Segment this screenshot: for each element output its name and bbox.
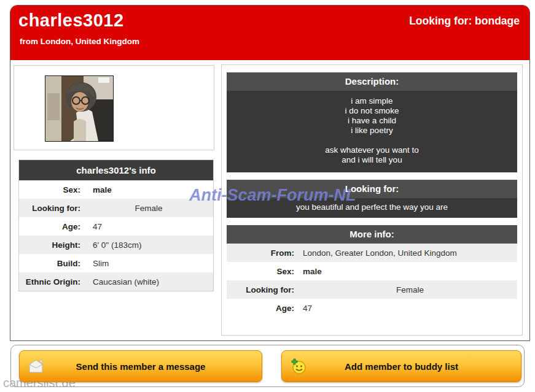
buddy-smiley-plus-icon: [290, 358, 307, 374]
add-buddy-label: Add member to buddy list: [345, 361, 458, 372]
table-row: Height: 6' 0" (183cm): [19, 236, 213, 254]
info-table-title: charles3012's info: [19, 160, 213, 180]
description-title: Description:: [227, 72, 517, 91]
row-label: Ethnic Origin:: [19, 277, 84, 286]
looking-for-section: Looking for: you beautiful and perfect t…: [227, 180, 517, 218]
description-text: i am simple i do not smoke i have a chil…: [227, 91, 517, 172]
description-section: Description: i am simple i do not smoke …: [227, 72, 517, 172]
row-value: Slim: [84, 259, 213, 268]
photo-panel: [14, 65, 214, 150]
table-row: Sex: male: [227, 262, 517, 280]
table-row: Build: Slim: [19, 254, 213, 272]
send-message-button[interactable]: Send this member a message: [19, 350, 262, 382]
row-value: London, Greater London, United Kingdom: [299, 248, 517, 258]
description-line: i like poetry: [227, 126, 517, 136]
member-location: from London, United Kingdom: [20, 37, 139, 46]
row-value: male: [84, 185, 213, 194]
table-row: Sex: male: [19, 180, 213, 199]
description-line: [227, 136, 517, 145]
description-line: i do not smoke: [227, 106, 517, 116]
row-label: Looking for:: [19, 204, 84, 213]
row-value: Female: [84, 204, 213, 213]
username: charles3012: [18, 10, 124, 31]
looking-for-text: you beautiful and perfect the way you ar…: [227, 198, 517, 218]
profile-card: charles3012 from London, United Kingdom …: [10, 5, 530, 341]
profile-header: charles3012 from London, United Kingdom …: [10, 6, 529, 60]
profile-details-panel: Description: i am simple i do not smoke …: [221, 64, 523, 336]
row-value: 47: [84, 222, 213, 231]
action-bar: Send this member a message Add member to…: [10, 345, 525, 387]
row-label: From:: [227, 248, 299, 258]
row-label: Age:: [19, 222, 84, 231]
looking-for-banner: Looking for: bondage: [409, 15, 520, 28]
row-value: 47: [299, 304, 517, 313]
row-label: Age:: [227, 304, 299, 313]
table-row: Looking for: Female: [227, 280, 517, 299]
member-info-table: charles3012's info Sex: male Looking for…: [18, 159, 214, 291]
row-label: Looking for:: [227, 285, 299, 294]
envelope-icon: [28, 358, 44, 374]
table-row: Age: 47: [227, 299, 517, 317]
looking-for-title: Looking for:: [227, 180, 517, 198]
table-row: Ethnic Origin: Caucasian (white): [19, 272, 213, 291]
table-row: Looking for: Female: [19, 199, 213, 217]
row-label: Sex:: [19, 185, 84, 194]
add-buddy-button[interactable]: Add member to buddy list: [281, 350, 521, 382]
description-line: ask whatever you want to: [227, 145, 517, 155]
description-line: i have a child: [227, 116, 517, 126]
description-line: and i will tell you: [227, 155, 517, 165]
row-value: Female: [299, 285, 517, 294]
description-line: i am simple: [227, 96, 517, 106]
more-info-section: More info:: [227, 225, 517, 244]
table-row: Age: 47: [19, 217, 213, 236]
more-info-title: More info:: [227, 225, 517, 244]
row-value: Caucasian (white): [84, 277, 213, 286]
table-row: From: London, Greater London, United Kin…: [227, 244, 517, 262]
row-label: Sex:: [227, 267, 299, 276]
row-label: Height:: [19, 240, 84, 250]
member-photo[interactable]: [45, 75, 114, 142]
member-photo-image: [45, 76, 113, 141]
send-message-label: Send this member a message: [76, 361, 206, 372]
row-value: male: [299, 267, 517, 276]
row-value: 6' 0" (183cm): [84, 240, 213, 250]
row-label: Build:: [19, 259, 84, 268]
